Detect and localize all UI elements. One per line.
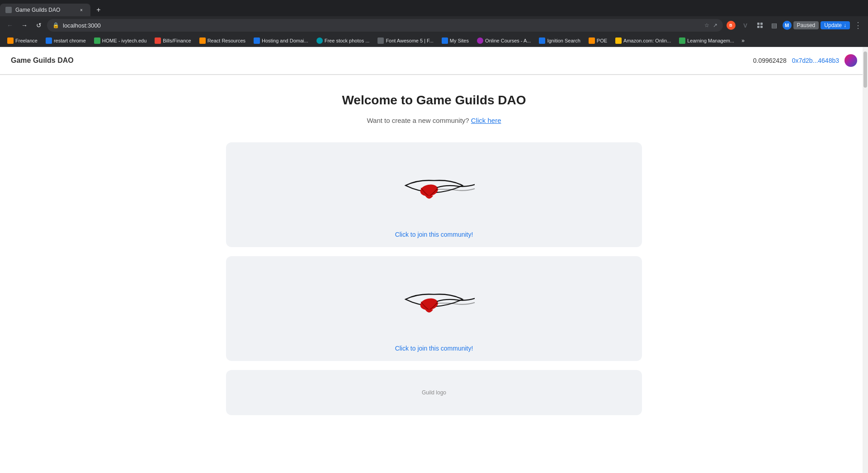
subtitle: Want to create a new community? Click he… (226, 117, 642, 124)
guild-logo-alt: Guild logo (422, 389, 446, 396)
bookmark-react[interactable]: React Resources (196, 37, 249, 45)
svg-rect-1 (757, 23, 760, 25)
wallet-avatar[interactable] (844, 54, 857, 67)
tab-bar: Game Guilds DAO × + (0, 0, 868, 16)
profile-avatar[interactable]: M (783, 21, 792, 30)
bookmark-font-awesome[interactable]: Font Awesome 5 | F... (374, 37, 437, 45)
guild-card-1[interactable]: Click to join this community! (226, 142, 642, 247)
bookmark-poe[interactable]: POE (585, 37, 611, 45)
bookmark-home-ivy[interactable]: HOME - ivytech.edu (90, 37, 150, 45)
svg-marker-0 (6, 8, 11, 12)
guild-logo-1 (235, 151, 633, 224)
wallet-address[interactable]: 0x7d2b...4648b3 (792, 57, 839, 64)
subtitle-text: Want to create a new community? (367, 117, 469, 124)
tab-title: Game Guilds DAO (15, 7, 74, 13)
extension-puzzle-icon[interactable] (754, 19, 766, 32)
bookmark-online-courses[interactable]: Online Courses - A... (473, 37, 535, 45)
bookmark-favicon (539, 37, 545, 44)
app-header: Game Guilds DAO 0.09962428 0x7d2b...4648… (0, 47, 868, 75)
update-button[interactable]: Update ↓ (821, 21, 850, 29)
bookmark-amazon[interactable]: Amazon.com: Onlin... (612, 37, 675, 45)
tab-close-button[interactable]: × (78, 6, 85, 14)
svg-rect-3 (757, 26, 760, 28)
header-right: 0.09962428 0x7d2b...4648b3 (753, 54, 857, 67)
more-options-button[interactable]: ⋮ (852, 19, 864, 32)
back-button[interactable]: ← (4, 19, 16, 32)
page-title: Welcome to Game Guilds DAO (226, 93, 642, 108)
bookmark-restart-chrome[interactable]: restart chrome (42, 37, 90, 45)
bookmark-favicon (254, 37, 260, 44)
tab-favicon (5, 7, 12, 13)
create-community-link[interactable]: Click here (471, 117, 501, 124)
new-tab-button[interactable]: + (92, 4, 105, 16)
guild-card-3[interactable]: Guild logo (226, 370, 642, 415)
guild-logo-svg-2 (393, 279, 475, 324)
page-content: Game Guilds DAO 0.09962428 0x7d2b...4648… (0, 47, 868, 463)
forward-button[interactable]: → (18, 19, 31, 32)
bookmark-bills[interactable]: Bills/Finance (151, 37, 194, 45)
main-content: Welcome to Game Guilds DAO Want to creat… (217, 75, 651, 442)
bookmark-favicon (316, 37, 323, 44)
bookmark-my-sites[interactable]: My Sites (438, 37, 472, 45)
guild-join-text-1[interactable]: Click to join this community! (395, 231, 473, 238)
bookmark-favicon (155, 37, 161, 44)
star-icon[interactable]: ☆ (704, 22, 709, 28)
guild-card-2[interactable]: Click to join this community! (226, 256, 642, 361)
bookmark-free-stock[interactable]: Free stock photos ... (313, 37, 373, 45)
bookmark-learning[interactable]: Learning Managem... (675, 37, 738, 45)
sidebar-icon[interactable]: ▤ (768, 19, 781, 32)
bookmark-favicon (477, 37, 483, 44)
lock-icon: 🔒 (52, 22, 59, 28)
bookmark-favicon (7, 37, 14, 44)
paused-button[interactable]: Paused (793, 21, 819, 29)
extension-v-icon[interactable]: V (739, 19, 752, 32)
active-tab[interactable]: Game Guilds DAO × (0, 4, 90, 16)
guild-logo-svg-1 (393, 165, 475, 210)
brave-shield: B (726, 21, 736, 30)
bookmark-hosting[interactable]: Hosting and Domai... (250, 37, 312, 45)
bookmark-favicon (615, 37, 622, 44)
nav-right-controls: B V ▤ M Paused Update ↓ ⋮ (725, 19, 864, 32)
bookmark-favicon (94, 37, 100, 44)
scrollbar-thumb[interactable] (863, 52, 867, 88)
bookmark-favicon (589, 37, 595, 44)
eth-balance: 0.09962428 (753, 57, 787, 64)
svg-rect-4 (760, 26, 763, 28)
bookmarks-bar: Freelance restart chrome HOME - ivytech.… (0, 34, 868, 47)
bookmark-favicon (377, 37, 384, 44)
bookmark-favicon (46, 37, 52, 44)
bookmark-favicon (199, 37, 206, 44)
navigation-bar: ← → ↺ 🔒 localhost:3000 ☆ ↗ B V (0, 16, 868, 34)
scrollbar[interactable] (863, 47, 868, 463)
guild-logo-2 (235, 265, 633, 337)
bookmark-ignition[interactable]: Ignition Search (535, 37, 584, 45)
app-logo: Game Guilds DAO (11, 56, 74, 65)
bookmark-favicon (442, 37, 448, 44)
guild-join-text-2[interactable]: Click to join this community! (395, 345, 473, 352)
svg-rect-2 (760, 23, 763, 25)
refresh-button[interactable]: ↺ (33, 19, 45, 32)
bookmark-freelance[interactable]: Freelance (4, 37, 41, 45)
share-icon[interactable]: ↗ (713, 22, 717, 28)
bookmarks-overflow-button[interactable]: » (739, 37, 747, 45)
address-bar[interactable]: 🔒 localhost:3000 ☆ ↗ (47, 19, 723, 32)
extension-brave-icon[interactable]: B (725, 19, 737, 32)
bookmark-favicon (679, 37, 685, 44)
guild-logo-3-partial: Guild logo (235, 379, 633, 406)
url-display: localhost:3000 (63, 22, 701, 29)
